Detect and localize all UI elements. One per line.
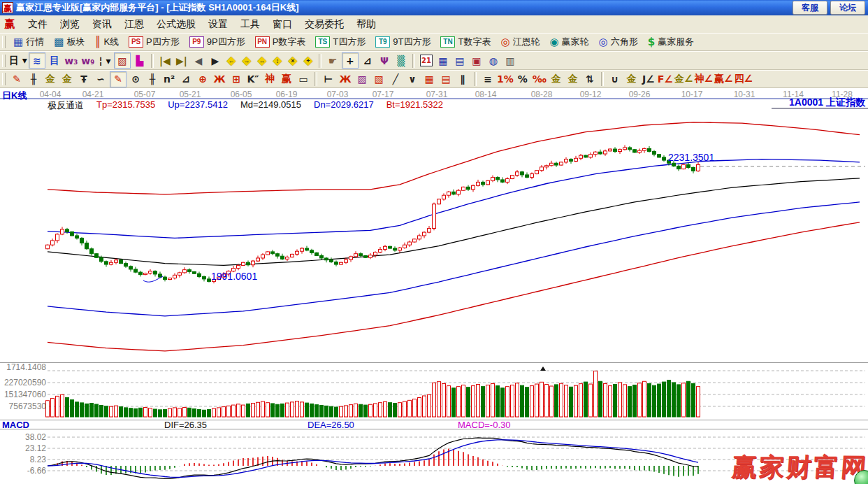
toolbar-button[interactable]: ◉赢家轮 — [545, 34, 594, 50]
draw-tool-24[interactable]: ∨ — [405, 72, 420, 87]
draw-tool-2[interactable]: 金 — [43, 72, 58, 87]
draw-tool-13[interactable]: ⊞ — [229, 72, 244, 87]
draw-tool-15[interactable]: 神 — [262, 72, 277, 87]
draw-tool-25[interactable]: ▦ — [421, 72, 437, 87]
draw-tool-26[interactable]: ▤ — [438, 72, 454, 87]
map-view[interactable]: ▨ — [114, 52, 131, 69]
save-tool[interactable]: ▣ — [469, 53, 484, 68]
draw-tool-0[interactable]: ✎ — [9, 72, 24, 87]
draw-tool-34[interactable]: 金 — [565, 72, 581, 87]
toolbar-button[interactable]: $赢家服务 — [643, 34, 699, 50]
next-bar[interactable]: ▶ — [208, 53, 223, 68]
draw-tool-38[interactable]: 金 — [624, 72, 639, 87]
draw-tool-11[interactable]: ⊕ — [195, 72, 210, 87]
draw-tool-3[interactable]: 金 — [59, 72, 75, 87]
gann-right[interactable]: ◆→ — [239, 53, 254, 68]
title-button-0[interactable]: 客服 — [793, 1, 827, 15]
draw-tool-19[interactable]: ⊢ — [321, 72, 336, 87]
toolbar-button[interactable]: P99P四方形 — [185, 34, 250, 50]
toolbar-button[interactable]: TNT数字表 — [435, 34, 496, 50]
menu-item[interactable]: 设置 — [202, 17, 234, 32]
angle-tool[interactable]: ⊿ — [360, 53, 375, 68]
indicator-name[interactable]: 极反通道 — [48, 99, 84, 112]
first-bar[interactable]: |◀ — [157, 53, 173, 68]
gann-all[interactable]: ◆+ — [301, 53, 316, 68]
draw-tool-21[interactable]: ▨ — [354, 72, 370, 87]
gann-left[interactable]: ◆← — [224, 53, 239, 68]
menu-item[interactable]: 工具 — [234, 17, 266, 32]
crosshair-tool[interactable]: + — [342, 52, 359, 69]
period-selector[interactable]: 日 ▾ — [9, 53, 27, 68]
draw-tool-43[interactable]: 赢∠ — [714, 72, 733, 87]
draw-tool-29[interactable]: ≡ — [480, 72, 496, 87]
wave9-view[interactable]: w₉ — [80, 53, 96, 68]
macd-header-value[interactable]: MACD — [2, 420, 29, 430]
menu-item[interactable]: 交易委托 — [298, 17, 350, 32]
draw-tool-39[interactable]: J∠ — [641, 72, 656, 87]
period-label[interactable]: 日K线 — [2, 90, 27, 102]
draw-tool-33[interactable]: 金 — [549, 72, 564, 87]
draw-tool-32[interactable]: ‰ — [532, 72, 547, 87]
gann-tool[interactable]: Ψ — [377, 53, 392, 68]
draw-tool-12[interactable]: Ж — [212, 72, 227, 87]
draw-tool-17[interactable]: ▭ — [296, 72, 311, 87]
toolbar-grip[interactable] — [2, 55, 6, 67]
menu-item[interactable]: 窗口 — [266, 17, 298, 32]
toolbar-button[interactable]: ║K线 — [89, 34, 124, 50]
toolbar-button[interactable]: TST四方形 — [310, 34, 370, 50]
menu-item[interactable]: 公式选股 — [150, 17, 202, 32]
gann-cross[interactable]: ◆× — [285, 53, 301, 68]
web-tool[interactable]: ◍ — [486, 53, 501, 68]
hand-tool[interactable]: ☛ — [325, 53, 340, 68]
calculator-tool[interactable]: ▦ — [435, 53, 451, 68]
draw-tool-4[interactable]: Ŧ — [76, 72, 92, 87]
draw-tool-9[interactable]: n² — [161, 72, 177, 87]
draw-tool-31[interactable]: % — [515, 72, 530, 87]
notes-tool[interactable]: ▤ — [452, 53, 468, 68]
draw-tool-14[interactable]: K″ — [245, 72, 261, 87]
toolbar-grip[interactable] — [2, 36, 6, 48]
toolbar-button[interactable]: T99T四方形 — [370, 34, 435, 50]
draw-tool-16[interactable]: 赢 — [279, 72, 294, 87]
draw-tool-40[interactable]: F∠ — [658, 72, 673, 87]
toolbar-button[interactable]: ◎江恩轮 — [496, 34, 544, 50]
draw-tool-20[interactable]: Ж — [338, 72, 353, 87]
toolbar-button[interactable]: ▦行情 — [8, 34, 49, 50]
color-chart-view[interactable]: ▙ — [132, 53, 147, 68]
gann-vertical[interactable]: ◆↕ — [270, 53, 285, 68]
draw-tool-44[interactable]: 四∠ — [735, 72, 753, 87]
draw-tool-22[interactable]: ▧ — [371, 72, 386, 87]
gann-horizontal[interactable]: ◆↔ — [254, 53, 270, 68]
toolbar-button[interactable]: PNP数字表 — [250, 34, 311, 50]
draw-tool-5[interactable]: ∽ — [93, 72, 108, 87]
toolbar-button[interactable]: ◎六角形 — [594, 34, 643, 50]
menu-item[interactable]: 帮助 — [350, 17, 382, 32]
draw-tool-1[interactable]: ╫ — [26, 72, 41, 87]
title-button-1[interactable]: 论坛 — [830, 1, 865, 15]
info-view[interactable]: 目 — [47, 53, 62, 68]
menu-item[interactable]: 文件 — [22, 17, 54, 32]
draw-tool-27[interactable]: ∥ — [455, 72, 470, 87]
draw-tool-8[interactable]: ╫ — [145, 72, 160, 87]
calendar-tool[interactable]: 21 — [419, 53, 434, 68]
pattern-tool[interactable]: ▒ — [393, 53, 409, 68]
draw-tool-6[interactable]: ✎ — [110, 71, 126, 87]
draw-tool-7[interactable]: ⊙ — [128, 72, 143, 87]
toolbar-grip[interactable] — [2, 73, 6, 85]
last-bar[interactable]: ▶| — [174, 53, 189, 68]
wave3-view[interactable]: w₃ — [64, 53, 79, 68]
prev-bar[interactable]: ◀ — [191, 53, 206, 68]
candle-style[interactable]: ¦ ▾ — [97, 53, 113, 68]
draw-tool-30[interactable]: 1% — [497, 72, 514, 87]
draw-tool-10[interactable]: ⊿ — [178, 72, 194, 87]
menu-item[interactable]: 浏览 — [54, 17, 86, 32]
draw-tool-41[interactable]: 金∠ — [674, 72, 693, 87]
print-tool[interactable]: ▥ — [502, 53, 518, 68]
menu-item[interactable]: 江恩 — [118, 17, 150, 32]
toolbar-button[interactable]: ▩板块 — [49, 34, 89, 50]
draw-tool-37[interactable]: ∪ — [607, 72, 623, 87]
draw-tool-35[interactable]: ⇅ — [582, 72, 598, 87]
draw-tool-23[interactable]: ╱ — [388, 72, 403, 87]
menu-item[interactable]: 资讯 — [86, 17, 118, 32]
toolbar-button[interactable]: PSP四方形 — [124, 34, 185, 50]
